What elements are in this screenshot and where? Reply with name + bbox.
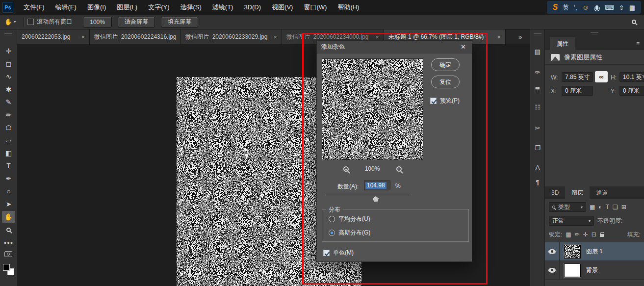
move-tool[interactable]: ✛ — [2, 45, 15, 57]
tab-close-icon[interactable]: × — [375, 33, 379, 41]
libraries-panel-icon[interactable]: ☷ — [530, 101, 545, 113]
uniform-radio[interactable] — [329, 216, 335, 222]
fit-screen-button[interactable]: 适合屏幕 — [118, 17, 155, 27]
tab-3d[interactable]: 3D — [545, 186, 565, 199]
reset-button[interactable]: 复位 — [431, 76, 460, 88]
dialog-title-bar[interactable]: 添加杂色 ✕ — [317, 41, 472, 53]
paragraph-panel-icon[interactable]: ¶ — [530, 176, 545, 188]
menu-help[interactable]: 帮助(H) — [332, 0, 364, 15]
sogou-logo-icon[interactable]: S — [553, 3, 558, 12]
tab-close-icon[interactable]: × — [497, 33, 501, 41]
filter-shape-icon[interactable]: ❑ — [613, 204, 618, 210]
zoom-out-button[interactable]: − — [343, 166, 349, 172]
menu-type[interactable]: 文字(Y) — [143, 0, 175, 15]
menu-view[interactable]: 视图(V) — [266, 0, 298, 15]
quick-mask-icon[interactable] — [4, 251, 12, 257]
doc-tab-1[interactable]: 200602222053.jpg × — [17, 29, 90, 44]
menu-filter[interactable]: 滤镜(T) — [207, 0, 239, 15]
menu-image[interactable]: 图像(I) — [82, 0, 111, 15]
gradient-tool[interactable]: ◧ — [2, 147, 15, 159]
hand-tool-preset[interactable]: ✋ ▾ — [0, 18, 20, 26]
scroll-all-windows-checkbox[interactable] — [27, 19, 34, 25]
ime-punct-icon[interactable]: ’, — [574, 4, 577, 11]
share-icon[interactable]: ⇧ — [619, 4, 624, 11]
search-icon[interactable] — [632, 20, 636, 24]
tab-close-icon[interactable]: × — [81, 33, 85, 41]
background-thumbnail[interactable] — [564, 263, 581, 277]
toolbox-grid-icon[interactable]: ▦ — [629, 4, 635, 11]
lock-all-icon[interactable] — [600, 234, 604, 237]
link-dimensions-icon[interactable]: ∞ — [595, 71, 608, 82]
gaussian-radio[interactable] — [329, 230, 335, 236]
noise-preview[interactable] — [322, 58, 423, 160]
zoom-100-button[interactable]: 100% — [83, 17, 112, 27]
layer-row-background[interactable]: 背景 — [545, 261, 644, 280]
foreground-color-swatch[interactable] — [3, 264, 10, 271]
menu-window[interactable]: 窗口(W) — [298, 0, 332, 15]
edit-toolbar-icon[interactable]: ●●● — [0, 240, 17, 245]
tab-close-icon[interactable]: × — [273, 33, 277, 41]
layer-row-layer1[interactable]: 图层 1 — [545, 242, 644, 261]
panel-menu-icon[interactable]: ≡ — [636, 40, 640, 47]
fill-screen-button[interactable]: 填充屏幕 — [161, 17, 198, 27]
zoom-tool[interactable] — [2, 224, 15, 235]
clone-stamp-tool[interactable]: ☖ — [2, 122, 15, 133]
eyedropper-tool[interactable]: ✎ — [2, 96, 15, 108]
visibility-cell[interactable] — [545, 261, 560, 280]
visibility-cell[interactable] — [545, 242, 560, 261]
path-selection-tool[interactable]: ➤ — [2, 198, 15, 210]
dock-grip[interactable] — [591, 32, 598, 34]
layer1-thumbnail[interactable] — [564, 245, 581, 259]
eye-icon[interactable] — [548, 268, 556, 273]
x-field[interactable]: 0 厘米 — [562, 86, 593, 96]
zoom-in-button[interactable]: + — [396, 166, 402, 172]
menu-select[interactable]: 选择(S) — [175, 0, 206, 15]
microphone-icon[interactable] — [595, 5, 598, 10]
height-field[interactable]: 10.1 英寸 — [619, 72, 644, 82]
keyboard-icon[interactable]: ⌨ — [605, 4, 614, 11]
width-field[interactable]: 7.85 英寸 — [562, 72, 593, 82]
pen-tool[interactable]: ✒ — [2, 173, 15, 184]
brush-settings-panel-icon[interactable]: ✑ — [530, 66, 545, 78]
menu-edit[interactable]: 编辑(E) — [50, 0, 82, 15]
hand-tool[interactable]: ✋ — [2, 211, 15, 223]
layer-name[interactable]: 背景 — [586, 266, 598, 274]
close-icon[interactable]: ✕ — [459, 43, 467, 51]
toolbar-grip[interactable] — [4, 33, 12, 35]
tab-layers[interactable]: 图层 — [565, 186, 590, 199]
tab-channels[interactable]: 通道 — [590, 186, 614, 199]
notes-panel-icon[interactable]: ✂ — [530, 122, 545, 134]
blend-mode-dropdown[interactable]: 正常 ▾ — [549, 216, 594, 226]
menu-file[interactable]: 文件(F) — [18, 0, 50, 15]
filter-adjustment-icon[interactable]: ◐ — [598, 204, 602, 210]
amount-slider-track[interactable] — [325, 195, 410, 195]
character-panel-icon[interactable]: A — [530, 161, 545, 174]
adjustments-panel-icon[interactable]: ▤ — [530, 45, 545, 58]
lock-pixels-icon[interactable]: ✏ — [575, 231, 580, 238]
menu-3d[interactable]: 3D(D) — [238, 0, 266, 15]
doc-tab-2[interactable]: 微信图片_20200602224316.jpg × — [90, 29, 181, 44]
ime-lang-indicator[interactable]: 英 — [563, 3, 569, 12]
layer-name[interactable]: 图层 1 — [586, 247, 603, 256]
quick-selection-tool[interactable]: ✱ — [2, 83, 15, 95]
layer-filter-dropdown[interactable]: 类型 ▾ — [549, 202, 586, 212]
eye-icon[interactable] — [548, 249, 556, 254]
brush-tool[interactable]: ✏ — [2, 109, 15, 121]
color-swatches[interactable] — [3, 264, 16, 277]
lock-transparency-icon[interactable]: ▦ — [566, 231, 571, 238]
ok-button[interactable]: 确定 — [431, 58, 460, 71]
y-field[interactable]: 0 厘米 — [619, 86, 644, 96]
dock-grip[interactable] — [534, 33, 541, 35]
rectangular-marquee-tool[interactable]: ◻ — [2, 58, 15, 70]
lock-artboard-icon[interactable]: ⊡ — [592, 231, 596, 238]
lock-position-icon[interactable]: ✛ — [583, 231, 588, 238]
swatches-panel-icon[interactable]: ≣ — [530, 82, 545, 95]
emoji-icon[interactable]: ☺ — [582, 3, 589, 11]
filter-type-icon[interactable]: T — [606, 204, 609, 210]
tab-overflow-icon[interactable]: » — [518, 33, 522, 41]
monochrome-checkbox[interactable] — [323, 250, 330, 256]
amount-slider-thumb[interactable] — [373, 196, 379, 202]
filter-image-icon[interactable]: ▦ — [590, 204, 595, 210]
clone-source-panel-icon[interactable]: ❐ — [530, 141, 545, 154]
eraser-tool[interactable]: ▱ — [2, 134, 15, 146]
